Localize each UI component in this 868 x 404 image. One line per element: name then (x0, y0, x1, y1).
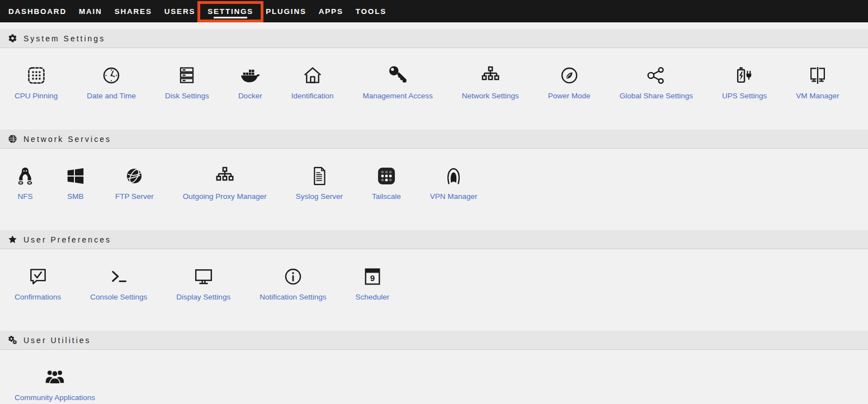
settings-item-label: Identification (291, 92, 334, 100)
settings-item-syslog-server[interactable]: Syslog Server (281, 165, 357, 201)
settings-sections: System SettingsCPU PinningDate and TimeD… (0, 22, 868, 404)
tux-penguin-icon (15, 165, 36, 187)
settings-item-label: Confirmations (15, 293, 61, 301)
comment-check-icon (27, 266, 49, 287)
settings-item-outgoing-proxy-manager[interactable]: Outgoing Proxy Manager (168, 165, 281, 201)
settings-item-docker[interactable]: Docker (224, 65, 277, 100)
settings-item-identification[interactable]: Identification (277, 65, 348, 100)
settings-item-network-settings[interactable]: Network Settings (447, 65, 534, 100)
nav-item-label: DASHBOARD (8, 7, 67, 16)
settings-item-label: Management Access (362, 92, 432, 100)
nav-item-label: SHARES (115, 7, 152, 16)
settings-item-vm-manager[interactable]: VM Manager (781, 65, 853, 100)
settings-item-label: Disk Settings (165, 92, 209, 100)
share-nodes-icon (645, 65, 667, 86)
settings-item-label: SMB (67, 192, 83, 201)
settings-item-label: Console Settings (90, 293, 147, 301)
settings-item-disk-settings[interactable]: Disk Settings (150, 65, 224, 100)
settings-item-label: CPU Pinning (15, 92, 58, 100)
settings-item-label: Date and Time (87, 92, 136, 100)
settings-item-tailscale[interactable]: Tailscale (357, 165, 416, 201)
settings-item-display-settings[interactable]: Display Settings (162, 266, 245, 301)
sitemap-icon (480, 65, 501, 86)
settings-item-date-and-time[interactable]: Date and Time (72, 65, 150, 100)
section-title: User Preferences (23, 235, 111, 244)
nav-item-label: USERS (164, 7, 196, 16)
key-icon (387, 65, 408, 86)
tailscale-logo-icon (376, 165, 397, 187)
section-header-user-utilities: User Utilities (0, 331, 868, 350)
section-title: System Settings (23, 34, 105, 43)
nav-item-users[interactable]: USERS (158, 0, 202, 22)
nav-item-settings[interactable]: SETTINGS (201, 0, 260, 22)
settings-item-label: UPS Settings (722, 92, 767, 100)
top-nav: DASHBOARDMAINSHARESUSERSSETTINGSPLUGINSA… (0, 0, 868, 22)
nav-item-dashboard[interactable]: DASHBOARD (2, 0, 73, 22)
settings-item-label: Docker (238, 92, 262, 100)
vm-columns-icon (807, 65, 828, 86)
settings-page: { "colors": { "page_bg": "#f1f1f1", "nav… (0, 0, 868, 404)
settings-item-label: Tailscale (372, 192, 401, 201)
calendar-nine-icon: 9 (362, 266, 383, 287)
section-header-system-settings: System Settings (0, 29, 868, 48)
section-title: Network Services (23, 135, 111, 144)
globe-sphere-icon (124, 165, 145, 187)
settings-item-label: FTP Server (115, 192, 154, 201)
settings-item-notification-settings[interactable]: Notification Settings (245, 266, 341, 301)
gears-icon (8, 335, 17, 345)
section-items-user-utilities: Community Applications (0, 350, 868, 404)
settings-item-label: VPN Manager (430, 192, 478, 201)
vpn-hood-icon (443, 165, 464, 187)
settings-item-community-applications[interactable]: Community Applications (0, 367, 110, 402)
home-icon (302, 65, 323, 86)
battery-plug-icon (734, 65, 755, 86)
settings-item-smb[interactable]: SMB (50, 165, 101, 201)
monitor-icon (193, 266, 214, 287)
settings-item-scheduler[interactable]: 9Scheduler (341, 266, 404, 301)
settings-item-label: Display Settings (176, 293, 230, 301)
settings-item-label: Scheduler (355, 293, 389, 301)
nav-item-label: PLUGINS (266, 7, 306, 16)
settings-item-label: Syslog Server (296, 192, 343, 201)
settings-item-label: Outgoing Proxy Manager (183, 192, 267, 201)
settings-item-vpn-manager[interactable]: VPN Manager (416, 165, 492, 201)
sitemap-icon (214, 165, 235, 187)
users-group-icon (44, 367, 65, 388)
settings-item-nfs[interactable]: NFS (0, 165, 50, 201)
settings-item-cpu-pinning[interactable]: CPU Pinning (0, 65, 72, 100)
nav-item-plugins[interactable]: PLUGINS (260, 0, 313, 22)
settings-item-label: Power Mode (548, 92, 591, 100)
settings-item-console-settings[interactable]: Console Settings (76, 266, 162, 301)
section-items-user-preferences: ConfirmationsConsole SettingsDisplay Set… (0, 249, 868, 331)
leaf-circle-icon (559, 65, 580, 86)
nav-item-shares[interactable]: SHARES (108, 0, 158, 22)
settings-item-label: NFS (18, 192, 33, 201)
settings-item-confirmations[interactable]: Confirmations (0, 266, 76, 301)
terminal-prompt-icon (108, 266, 129, 287)
nav-item-tools[interactable]: TOOLS (350, 0, 393, 22)
nav-item-main[interactable]: MAIN (73, 0, 108, 22)
settings-item-power-mode[interactable]: Power Mode (534, 65, 605, 100)
active-tab-underline (214, 17, 247, 18)
star-icon (8, 235, 17, 244)
nav-item-label: TOOLS (356, 7, 386, 16)
section-header-network-services: Network Services (0, 130, 868, 149)
settings-item-label: Notification Settings (260, 293, 326, 301)
gear-icon (8, 34, 17, 43)
nav-item-apps[interactable]: APPS (313, 0, 350, 22)
settings-item-label: Global Share Settings (620, 92, 693, 100)
section-title: User Utilities (23, 336, 91, 345)
section-items-system-settings: CPU PinningDate and TimeDisk SettingsDoc… (0, 48, 868, 130)
settings-item-global-share-settings[interactable]: Global Share Settings (605, 65, 707, 100)
settings-item-label: Community Applications (15, 393, 95, 402)
settings-item-management-access[interactable]: Management Access (348, 65, 447, 100)
settings-item-label: VM Manager (796, 92, 839, 100)
settings-item-ftp-server[interactable]: FTP Server (101, 165, 168, 201)
settings-item-label: Network Settings (462, 92, 519, 100)
svg-text:9: 9 (370, 273, 375, 283)
info-circle-icon (282, 266, 304, 287)
clock-icon (101, 65, 122, 86)
settings-item-ups-settings[interactable]: UPS Settings (707, 65, 781, 100)
docker-whale-icon (239, 65, 261, 86)
server-stack-icon (176, 65, 197, 86)
